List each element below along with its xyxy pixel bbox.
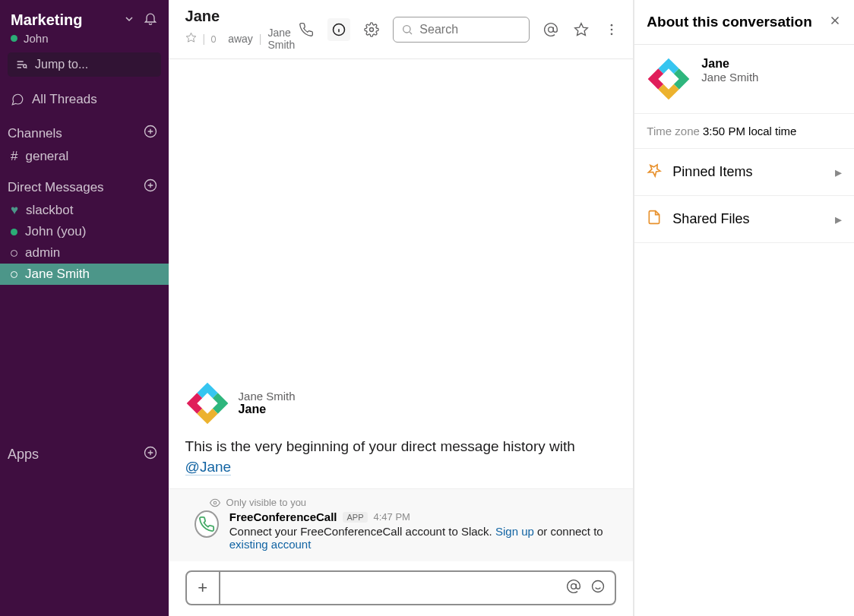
mentions-icon[interactable]	[542, 21, 560, 39]
mention-link[interactable]: @Jane	[185, 459, 232, 475]
apps-label: Apps	[8, 447, 39, 463]
svg-point-10	[611, 24, 613, 26]
main-panel: Jane | away | Jane Smith	[169, 0, 634, 616]
shared-files-section[interactable]: Shared Files ▸	[634, 196, 854, 243]
intro-display: Jane	[239, 403, 296, 416]
profile-fullname: Jane Smith	[701, 71, 758, 84]
dm-name: admin	[25, 245, 60, 261]
chat-area: Jane Smith Jane This is the very beginni…	[169, 59, 634, 616]
dm-admin[interactable]: admin	[0, 242, 169, 264]
conversation-title: Jane	[185, 8, 298, 25]
add-dm-icon[interactable]	[143, 178, 158, 197]
signup-link[interactable]: Sign up	[495, 525, 534, 538]
svg-marker-9	[575, 23, 588, 35]
all-threads-label: All Threads	[32, 92, 97, 107]
hash-icon: #	[11, 149, 17, 164]
dm-slackbot[interactable]: ♥ slackbot	[0, 200, 169, 221]
timezone-row: Time zone 3:50 PM local time	[634, 114, 854, 149]
chevron-right-icon: ▸	[835, 211, 842, 228]
dm-beginning-text: This is the very beginning of your direc…	[185, 436, 617, 478]
svg-point-19	[214, 501, 217, 504]
jump-to[interactable]: Jump to...	[8, 52, 161, 77]
sidebar: Marketing John Jump to... All Threads Ch…	[0, 0, 169, 616]
current-user-name: John	[24, 32, 49, 45]
timezone-label: Time zone	[647, 125, 699, 137]
channels-label: Channels	[8, 126, 62, 141]
dm-jane-smith[interactable]: Jane Smith	[0, 264, 169, 285]
avatar	[185, 381, 229, 425]
emoji-icon[interactable]	[590, 579, 606, 597]
message-body: Connect your FreeConferenceCall account …	[229, 525, 634, 551]
presence-online-icon	[11, 35, 17, 42]
star-icon[interactable]	[572, 21, 590, 39]
add-channel-icon[interactable]	[143, 124, 158, 143]
dm-header[interactable]: Direct Messages	[0, 167, 169, 200]
more-icon[interactable]	[603, 21, 621, 39]
profile-name: Jane	[701, 57, 758, 71]
full-name: Jane Smith	[267, 27, 297, 51]
svg-point-21	[593, 581, 604, 592]
channel-name: general	[25, 149, 68, 164]
svg-point-12	[611, 33, 613, 35]
bell-icon[interactable]	[143, 11, 158, 29]
avatar	[647, 57, 691, 101]
pin-icon	[647, 163, 662, 182]
presence-away-icon	[11, 271, 17, 278]
svg-point-6	[370, 27, 374, 31]
search-icon	[401, 24, 413, 36]
all-threads[interactable]: All Threads	[0, 86, 169, 113]
jump-to-label: Jump to...	[35, 58, 88, 71]
close-icon[interactable]	[828, 14, 842, 30]
star-icon[interactable]	[185, 32, 197, 46]
presence-online-icon	[11, 229, 17, 235]
svg-point-8	[549, 27, 554, 32]
message-composer[interactable]: +	[185, 570, 617, 605]
search-input-wrapper[interactable]	[393, 17, 530, 43]
visibility-label: Only visible to you	[226, 497, 307, 508]
message-input[interactable]	[220, 581, 567, 595]
add-app-icon[interactable]	[143, 445, 158, 464]
dm-name: Jane Smith	[25, 267, 90, 282]
intro-fullname: Jane Smith	[239, 390, 296, 403]
app-avatar	[195, 510, 219, 538]
workspace-header[interactable]: Marketing	[0, 6, 169, 30]
message-time: 4:47 PM	[374, 511, 410, 523]
app-badge: APP	[343, 512, 367, 523]
dm-name: slackbot	[26, 203, 73, 218]
app-name: FreeConferenceCall	[229, 510, 337, 523]
chevron-down-icon	[125, 13, 134, 27]
info-icon[interactable]	[327, 18, 350, 41]
eye-icon	[210, 498, 220, 508]
presence-away-icon	[211, 36, 216, 43]
file-icon	[647, 210, 662, 229]
search-input[interactable]	[419, 23, 521, 36]
section-label: Shared Files	[672, 211, 749, 227]
svg-point-7	[403, 25, 410, 32]
settings-icon[interactable]	[362, 21, 381, 39]
attach-button[interactable]: +	[187, 572, 220, 604]
current-user[interactable]: John	[0, 30, 169, 52]
svg-point-11	[611, 28, 613, 30]
dm-john[interactable]: John (you)	[0, 221, 169, 242]
timezone-value: 3:50 PM local time	[703, 125, 796, 137]
existing-account-link[interactable]: existing account	[229, 538, 312, 551]
pinned-items-section[interactable]: Pinned Items ▸	[634, 149, 854, 196]
workspace-name: Marketing	[11, 11, 125, 29]
details-title: About this conversation	[647, 14, 811, 30]
details-panel: About this conversation Jane Jane Smith …	[634, 0, 854, 616]
call-icon[interactable]	[297, 21, 315, 39]
svg-point-20	[571, 584, 577, 589]
apps-header[interactable]: Apps	[0, 434, 169, 616]
channels-header[interactable]: Channels	[0, 113, 169, 146]
chevron-right-icon: ▸	[835, 164, 842, 181]
system-message: Only visible to you FreeConferenceCall A…	[169, 488, 634, 561]
conversation-header: Jane | away | Jane Smith	[169, 0, 634, 59]
channel-general[interactable]: # general	[0, 146, 169, 167]
mention-icon[interactable]	[566, 579, 581, 597]
presence-away-icon	[11, 250, 17, 257]
dm-intro: Jane Smith Jane	[185, 381, 617, 425]
status-text: away	[228, 33, 253, 45]
dm-label: Direct Messages	[8, 180, 104, 195]
svg-marker-4	[186, 33, 196, 42]
section-label: Pinned Items	[672, 164, 752, 180]
